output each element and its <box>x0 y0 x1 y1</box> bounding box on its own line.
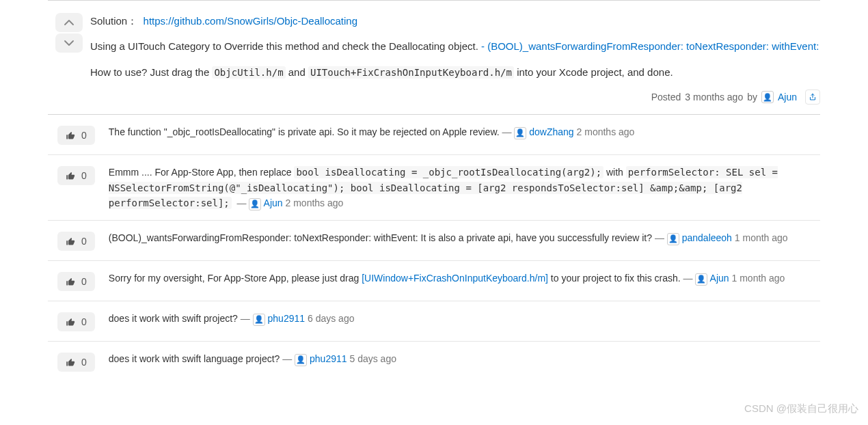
upvote-button[interactable] <box>55 13 83 32</box>
avatar: 👤 <box>695 273 707 286</box>
thumb-button[interactable]: 0 <box>57 312 95 331</box>
solution-link[interactable]: https://github.com/SnowGirls/Objc-Deallo… <box>144 15 357 27</box>
post-text: Using a UITouch Category to Override thi… <box>90 40 481 52</box>
post-text: How to use? Just drag the <box>90 66 212 78</box>
post-text: into your Xcode project, and done. <box>514 66 673 78</box>
comment-author[interactable]: dowZhang <box>529 126 573 137</box>
comment-text: with <box>603 167 626 178</box>
author-link[interactable]: Ajun <box>778 92 797 102</box>
chevron-up-icon <box>63 18 75 27</box>
posted-time: 3 months ago <box>685 92 743 102</box>
code-inline: bool isDeallocating = _objc_rootIsDeallo… <box>294 166 603 178</box>
comment-time: 5 days ago <box>349 353 396 364</box>
comment-row: 0 Emmm .... For App-Store App, then repl… <box>48 155 820 221</box>
vote-column <box>48 13 90 105</box>
comment-author[interactable]: Ajun <box>710 273 729 284</box>
code-inline: ObjcUtil.h/m <box>212 66 285 79</box>
comment-author[interactable]: pandaleeoh <box>682 232 732 243</box>
comment-row: 0 does it work with swift project? — 👤 p… <box>48 301 820 342</box>
comment-text: does it work with swift language project… <box>109 353 280 364</box>
thumb-up-icon <box>66 236 76 247</box>
posted-label: Posted <box>651 92 681 102</box>
share-button[interactable] <box>805 90 820 105</box>
comments-list: 0 The function "_objc_rootIsDeallocating… <box>48 114 820 381</box>
share-icon <box>809 93 817 101</box>
thumb-button[interactable]: 0 <box>57 353 95 372</box>
comment-time: 2 months ago <box>286 197 344 208</box>
thumb-up-icon <box>66 277 76 287</box>
avatar: 👤 <box>295 354 307 366</box>
comment-row: 0 The function "_objc_rootIsDeallocating… <box>48 115 820 155</box>
avatar: 👤 <box>761 91 774 103</box>
posted-by: by <box>747 92 757 102</box>
thumb-button[interactable]: 0 <box>57 232 95 251</box>
comment-text: Emmm .... For App-Store App, then replac… <box>109 167 295 178</box>
post-text: and <box>286 66 308 78</box>
code-inline: UITouch+FixCrashOnInputKeyboard.h/m <box>308 66 514 79</box>
post-meta: Posted 3 months ago by 👤 Ajun <box>90 90 820 105</box>
avatar: 👤 <box>253 314 265 326</box>
method-link[interactable]: - (BOOL)_wantsForwardingFromResponder: t… <box>481 40 819 52</box>
chevron-down-icon <box>63 38 75 48</box>
comment-text: Sorry for my oversight, For App-Store Ap… <box>109 273 362 284</box>
vote-count: 0 <box>81 236 87 247</box>
vote-count: 0 <box>81 170 87 181</box>
comment-text: does it work with swift project? <box>109 313 238 324</box>
avatar: 👤 <box>514 127 526 139</box>
comment-link[interactable]: [UIWindow+FixCrashOnInputKeyboard.h/m] <box>362 273 548 284</box>
post: Solution： https://github.com/SnowGirls/O… <box>48 0 820 114</box>
comment-time: 1 month ago <box>735 232 788 243</box>
thumb-up-icon <box>66 131 76 141</box>
vote-count: 0 <box>81 357 87 368</box>
post-body: Solution： https://github.com/SnowGirls/O… <box>90 13 820 105</box>
comment-author[interactable]: phu2911 <box>310 353 347 364</box>
thumb-up-icon <box>66 171 76 181</box>
comment-author[interactable]: phu2911 <box>268 313 306 324</box>
avatar: 👤 <box>249 198 261 210</box>
comment-row: 0 (BOOL)_wantsForwardingFromResponder: t… <box>48 221 820 261</box>
comment-time: 1 month ago <box>732 273 785 284</box>
comment-row: 0 does it work with swift language proje… <box>48 342 820 381</box>
vote-count: 0 <box>81 276 87 287</box>
comment-text: (BOOL)_wantsForwardingFromResponder: toN… <box>109 232 652 243</box>
thumb-up-icon <box>66 317 76 327</box>
comment-time: 2 months ago <box>577 126 635 137</box>
vote-count: 0 <box>81 130 87 141</box>
downvote-button[interactable] <box>55 33 83 53</box>
thumb-up-icon <box>66 357 76 368</box>
comment-row: 0 Sorry for my oversight, For App-Store … <box>48 261 820 301</box>
solution-label: Solution： <box>90 15 137 27</box>
thumb-button[interactable]: 0 <box>57 126 95 145</box>
comment-text: to your project to fix this crash. <box>548 273 681 284</box>
comment-author[interactable]: Ajun <box>264 197 283 208</box>
thumb-button[interactable]: 0 <box>57 166 95 185</box>
thumb-button[interactable]: 0 <box>57 272 95 291</box>
avatar: 👤 <box>667 233 679 245</box>
comment-text: The function "_objc_rootIsDeallocating" … <box>109 126 500 137</box>
vote-count: 0 <box>81 316 87 327</box>
comment-time: 6 days ago <box>308 313 355 324</box>
